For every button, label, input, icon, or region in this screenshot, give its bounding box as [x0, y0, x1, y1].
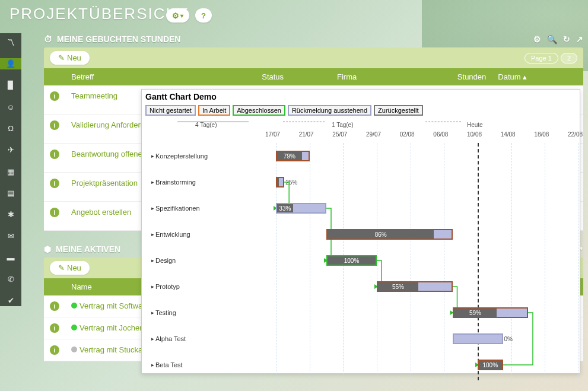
status-dot [71, 325, 77, 330]
status-dot [71, 347, 77, 352]
gantt-task-name: ▸Brainstorming [151, 179, 196, 186]
info-icon[interactable]: i [50, 301, 59, 311]
col-betreff[interactable]: Betreff [65, 68, 256, 85]
legend-abgeschlossen[interactable]: Abgeschlossen [233, 105, 285, 116]
gantt-bar[interactable]: 0% [453, 333, 503, 344]
collapse-icon[interactable]: ▸ [151, 231, 154, 237]
gantt-progress: 100% [479, 361, 502, 369]
pencil-icon: ✎ [58, 53, 65, 62]
gantt-bar[interactable]: 86% [326, 229, 453, 240]
collapse-icon[interactable]: ▸ [151, 179, 154, 185]
gantt-row: ▸Spezifikationen33% [145, 195, 580, 221]
date-label: 25/07 [332, 131, 347, 138]
gantt-legend: Nicht gestartet In Arbeit Abgeschlossen … [142, 104, 580, 117]
new-button[interactable]: ✎Neu [50, 51, 90, 65]
sidebar-phone[interactable]: ✆ [0, 274, 21, 284]
row-link[interactable]: Vertrag mit Softwa [80, 301, 142, 310]
legend-in-arbeit[interactable]: In Arbeit [198, 105, 230, 116]
info-icon[interactable]: i [50, 150, 59, 159]
clock-icon: ⏱ [44, 34, 52, 44]
new-label: Neu [67, 263, 81, 272]
gantt-row: ▸Alpha Test0% [145, 326, 580, 352]
sidebar-calc[interactable]: ▦ [0, 166, 21, 177]
sidebar-clipboard[interactable]: ▤ [0, 187, 21, 198]
chevron-down-icon: ▾ [180, 12, 183, 19]
col-firma[interactable]: Firma [331, 68, 402, 85]
page-1[interactable]: Page 1 [525, 53, 558, 63]
help-button[interactable]: ? [195, 8, 212, 23]
collapse-icon[interactable]: ▸ [151, 153, 154, 159]
gantt-task-name: ▸Entwicklung [151, 231, 190, 238]
collapse-icon[interactable]: ▸ [151, 362, 154, 368]
sidebar-bug[interactable]: ✱ [0, 209, 21, 220]
gantt-bar[interactable]: 100% [478, 360, 503, 370]
sidebar-horseshoe[interactable]: Ω [0, 123, 21, 133]
collapse-icon[interactable]: ▸ [151, 336, 154, 342]
gantt-row: ▸Design100% [145, 247, 580, 274]
search-icon[interactable]: 🔍 [547, 34, 557, 44]
info-icon[interactable]: i [50, 120, 59, 130]
info-icon[interactable]: i [50, 345, 59, 355]
gantt-progress [277, 178, 279, 186]
collapse-icon[interactable]: ▸ [151, 205, 154, 211]
date-label: 17/07 [265, 131, 280, 138]
page-title: PROJEKTÜBERSICHT [9, 5, 189, 23]
gantt-task-name: ▸Konzepterstellung [151, 152, 208, 160]
collapse-icon[interactable]: ▸ [151, 284, 154, 290]
hours-title: MEINE GEBUCHTEN STUNDEN [57, 34, 180, 44]
date-label: 06/08 [433, 131, 448, 138]
legend-zurueckgestellt[interactable]: Zurückgestellt [374, 105, 422, 116]
col-datum[interactable]: Datum ▴ [492, 68, 583, 85]
sidebar-trend[interactable]: 〽 [0, 37, 21, 47]
info-icon[interactable]: i [50, 91, 59, 101]
new-button[interactable]: ✎Neu [50, 261, 90, 275]
row-link[interactable]: Vertrag mit Stucka [80, 345, 142, 354]
legend-rueckmeldung[interactable]: Rückmeldung ausstehend [288, 105, 371, 116]
gantt-task-name: ▸Beta Test [151, 361, 183, 368]
gantt-bar[interactable]: 55% [377, 281, 453, 292]
gantt-panel: Gantt Chart Demo Nicht gestartet In Arbe… [141, 89, 580, 374]
gantt-row: ▸Konzepterstellung79% [145, 143, 580, 169]
col-stunden[interactable]: Stunden [402, 68, 492, 85]
sidebar-user[interactable]: 👤 [0, 58, 21, 69]
sidebar-smile[interactable]: ☺ [0, 101, 21, 112]
pencil-icon: ✎ [58, 263, 65, 272]
settings-button[interactable]: ⚙▾ [166, 8, 189, 23]
sidebar-book[interactable]: ▉ [0, 80, 21, 91]
sidebar-send[interactable]: ✈ [0, 145, 21, 155]
sidebar-mail[interactable]: ✉ [0, 231, 21, 241]
row-link[interactable]: Beantwortung offene [71, 150, 142, 158]
gantt-bar[interactable]: 100% [326, 255, 377, 266]
gantt-bar[interactable]: 79% [276, 151, 310, 161]
gantt-progress: 59% [454, 309, 497, 317]
collapse-icon[interactable]: ▸ [151, 310, 154, 316]
row-link[interactable]: Projektpräsentation [71, 179, 138, 187]
collapse-icon[interactable]: ▸ [151, 258, 154, 263]
info-icon[interactable]: i [50, 179, 59, 188]
row-link[interactable]: Validierung Anforderu [71, 120, 145, 129]
gantt-bar[interactable]: 25% [276, 177, 284, 187]
gantt-progress: 79% [277, 152, 302, 160]
legend-nicht-gestartet[interactable]: Nicht gestartet [145, 105, 196, 116]
export-icon[interactable]: ↗ [576, 34, 583, 44]
date-label: 29/07 [366, 131, 381, 138]
row-link[interactable]: Angebot erstellen [71, 208, 131, 217]
gantt-bar[interactable]: 33% [276, 203, 326, 214]
date-label: 21/07 [299, 131, 314, 138]
gantt-title: Gantt Chart Demo [142, 90, 580, 104]
row-link[interactable]: Vertrag mit Jochen [80, 323, 144, 332]
row-link[interactable]: Teammeeting [71, 91, 117, 100]
info-icon[interactable]: i [50, 208, 59, 217]
gantt-bar[interactable]: 59% [453, 307, 529, 318]
col-status[interactable]: Status [256, 68, 331, 85]
page-2[interactable]: 2 [561, 53, 577, 63]
gantt-row: ▸Brainstorming25% [145, 169, 580, 195]
gear-icon[interactable]: ⚙ [533, 34, 541, 44]
gantt-row: ▸Testing59% [145, 300, 580, 326]
refresh-icon[interactable]: ↻ [563, 34, 570, 44]
sidebar-board[interactable]: ▬ [0, 252, 21, 263]
info-icon[interactable]: i [50, 323, 59, 333]
sidebar-check[interactable]: ✔ [0, 295, 21, 306]
gantt-task-name: ▸Testing [151, 309, 176, 316]
gantt-row: ▸Beta Test100% [145, 352, 580, 378]
